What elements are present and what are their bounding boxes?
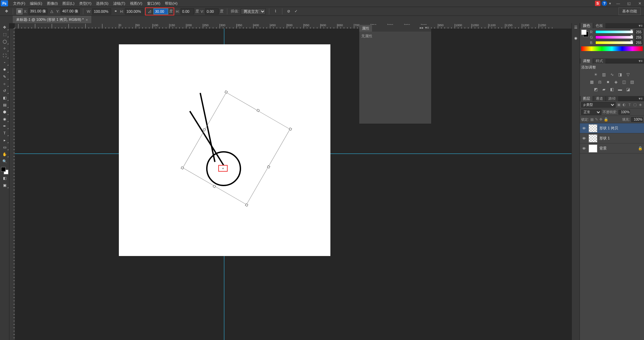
lookup-icon[interactable]: ▤ [629, 79, 635, 85]
window-close-button[interactable]: ✕ [636, 1, 643, 6]
eyedropper-tool[interactable]: ⁃ [1, 59, 9, 66]
b-slider[interactable] [595, 41, 633, 44]
angle-input[interactable] [153, 8, 168, 14]
pen-tool[interactable]: ✒ [1, 123, 9, 129]
layer-name[interactable]: 形状 1 [599, 136, 643, 141]
filter-smart-icon[interactable]: ◈ [638, 102, 643, 107]
ruler-horizontal[interactable]: 0501001502002503003504004505005506006507… [15, 23, 571, 29]
quickmask-tool[interactable]: ◧ [1, 175, 9, 181]
layer-thumbnail[interactable] [589, 124, 597, 132]
menu-window[interactable]: 窗口(W) [145, 0, 163, 7]
y-input[interactable] [61, 8, 80, 14]
balance-icon[interactable]: ⚖ [597, 79, 603, 85]
color-tab[interactable]: 颜色 [581, 23, 593, 29]
invert-icon[interactable]: ◩ [593, 87, 599, 92]
menu-image[interactable]: 图像(I) [45, 0, 60, 7]
crop-tool[interactable]: ⛶ [1, 52, 9, 59]
warp-icon[interactable]: ⌇ [273, 8, 279, 14]
interpolation-select[interactable]: 两次立方 [241, 8, 266, 14]
lock-trans-icon[interactable]: ▦ [590, 117, 594, 122]
threshold-icon[interactable]: ◧ [609, 87, 615, 92]
transform-pivot-highlight[interactable]: ✦ [218, 165, 228, 172]
x-input[interactable] [29, 8, 47, 14]
menu-edit[interactable]: 编辑(E) [28, 0, 45, 7]
panel-menu-icon[interactable]: ▾≡ [637, 24, 644, 28]
h-input[interactable] [125, 8, 144, 14]
ruler-vertical[interactable] [9, 29, 15, 340]
menu-select[interactable]: 选择(S) [94, 0, 111, 7]
transform-bounding-box[interactable] [183, 92, 290, 205]
menu-type[interactable]: 类型(Y) [77, 0, 94, 7]
lasso-tool[interactable]: ◯ [1, 38, 9, 45]
layer-thumbnail[interactable] [589, 144, 597, 153]
move-tool[interactable]: ✥ [1, 24, 9, 31]
b-input[interactable] [635, 40, 643, 45]
dropdown-icon[interactable]: ▾ [609, 1, 611, 6]
menu-layer[interactable]: 图层(L) [60, 0, 77, 7]
visibility-icon[interactable]: 👁 [581, 136, 587, 141]
text-tool[interactable]: T [1, 130, 9, 136]
g-slider[interactable] [595, 36, 633, 39]
shape-tool[interactable]: ▭ [1, 144, 9, 151]
w-input[interactable] [92, 8, 111, 14]
panel-menu-icon[interactable]: ▾≡ [637, 96, 644, 101]
menu-file[interactable]: 文件(F) [11, 0, 28, 7]
properties-tab[interactable]: 属性 [359, 25, 372, 32]
close-icon[interactable]: × [86, 18, 88, 22]
collapse-icon[interactable]: ▸▸ [420, 26, 424, 30]
eraser-tool[interactable]: ◧ [1, 94, 9, 101]
hand-tool[interactable]: ✋ [1, 151, 9, 158]
gradient-tool[interactable]: ▤ [1, 101, 9, 108]
zoom-tool[interactable]: 🔍 [1, 158, 9, 165]
document-canvas[interactable]: ✦ [119, 44, 330, 256]
r-slider[interactable] [595, 30, 633, 34]
workspace-button[interactable]: 基本功能 [618, 7, 641, 15]
styles-tab[interactable]: 样式 [593, 58, 605, 64]
brush-tool[interactable]: ✎ [1, 73, 9, 80]
selective-icon[interactable]: ◪ [625, 87, 631, 92]
adjustments-tab[interactable]: 调整 [581, 58, 593, 64]
panel-menu-icon[interactable]: ▾≡ [425, 26, 429, 30]
character-icon[interactable]: ◉ [572, 35, 579, 41]
color-swatch[interactable] [581, 30, 589, 37]
levels-icon[interactable]: ▥ [601, 72, 607, 77]
window-maximize-button[interactable]: ◱ [625, 1, 633, 6]
hskew-input[interactable] [181, 8, 194, 14]
filter-pixel-icon[interactable]: ▣ [616, 102, 621, 107]
swatches-tab[interactable]: 色板 [593, 23, 605, 29]
layer-item[interactable]: 👁 形状 1 拷贝 [580, 123, 644, 133]
layers-tab[interactable]: 图层 [581, 96, 593, 101]
screenmode-tool[interactable]: ▣ [1, 182, 9, 188]
layer-thumbnail[interactable] [589, 134, 597, 142]
cancel-transform-icon[interactable]: ⊘ [286, 8, 292, 14]
visibility-icon[interactable]: 👁 [581, 126, 587, 131]
layer-filter-select[interactable]: ρ 类型 [581, 102, 615, 108]
commit-transform-icon[interactable]: ✓ [293, 8, 299, 14]
history-icon[interactable]: ☰ [572, 24, 579, 31]
posterize-icon[interactable]: ▰ [601, 87, 607, 92]
reference-point-icon[interactable]: ▦ [16, 8, 22, 14]
channel-mixer-icon[interactable]: ◫ [621, 79, 627, 85]
photo-filter-icon[interactable]: ◈ [613, 79, 619, 85]
menu-filter[interactable]: 滤镜(T) [111, 0, 128, 7]
lock-pos-icon[interactable]: ✥ [599, 117, 602, 122]
healing-tool[interactable]: ✹ [1, 66, 9, 73]
blur-tool[interactable]: ⬢ [1, 109, 9, 115]
exposure-icon[interactable]: ◨ [617, 72, 623, 77]
panel-menu-icon[interactable]: ▾≡ [637, 59, 644, 63]
delta-icon[interactable]: △ [49, 8, 55, 14]
vskew-input[interactable] [205, 8, 219, 14]
window-minimize-button[interactable]: — [614, 1, 622, 6]
r-input[interactable] [635, 30, 643, 34]
bw-icon[interactable]: ■ [605, 79, 611, 85]
channels-tab[interactable]: 通道 [593, 96, 605, 101]
layer-item[interactable]: 👁 背景 🔒 [580, 143, 644, 154]
visibility-icon[interactable]: 👁 [581, 146, 587, 151]
hue-icon[interactable]: ▦ [589, 79, 595, 85]
s-icon[interactable]: S [595, 1, 600, 6]
vibrance-icon[interactable]: ▽ [625, 72, 631, 77]
lock-all-icon[interactable]: 🔒 [604, 117, 608, 122]
document-tab[interactable]: 未标题-1 @ 100% (形状 1 拷贝, RGB/8) * × [13, 16, 91, 23]
paths-tab[interactable]: 路径 [606, 96, 618, 101]
g-input[interactable] [635, 35, 643, 40]
